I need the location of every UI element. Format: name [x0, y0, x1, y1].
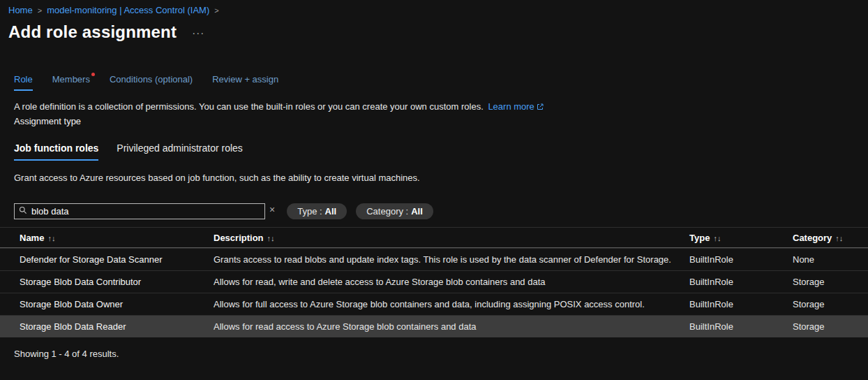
role-name: Storage Blob Data Owner [20, 293, 214, 316]
category-filter-value: All [411, 206, 423, 217]
role-type: BuiltInRole [689, 271, 793, 293]
table-header-row: Name ↑↓ Description ↑↓ Type ↑↓ Category … [0, 227, 868, 248]
table-row-selected[interactable]: Storage Blob Data Reader Allows for read… [0, 315, 868, 337]
breadcrumb-separator-icon: > [38, 6, 42, 15]
breadcrumb-resource-link[interactable]: model-monitoring | Access Control (IAM) [47, 5, 209, 15]
learn-more-link[interactable]: Learn more [488, 101, 534, 112]
table-row[interactable]: Storage Blob Data Contributor Allows for… [0, 270, 868, 293]
tab-members[interactable]: Members [52, 74, 90, 91]
breadcrumb: Home > model-monitoring | Access Control… [0, 0, 868, 15]
search-filter-row: × Type : All Category : All [14, 203, 868, 219]
sort-icon: ↑↓ [267, 228, 275, 249]
roles-table: Name ↑↓ Description ↑↓ Type ↑↓ Category … [0, 227, 868, 337]
category-filter-label: Category : [366, 206, 408, 217]
column-header-type-label: Type [689, 228, 710, 249]
results-count: Showing 1 - 4 of 4 results. [14, 349, 868, 359]
role-description: Grants access to read blobs and update i… [214, 249, 689, 271]
column-header-name-label: Name [20, 228, 44, 249]
sort-icon: ↑↓ [47, 228, 55, 249]
type-filter-value: All [325, 206, 337, 217]
column-header-category-label: Category [793, 228, 832, 249]
column-header-category[interactable]: Category ↑↓ [793, 228, 868, 249]
role-category: None [793, 249, 868, 271]
search-icon [19, 206, 27, 217]
wizard-tabs: Role Members Conditions (optional) Revie… [14, 74, 868, 91]
external-link-icon [537, 102, 544, 112]
column-header-type[interactable]: Type ↑↓ [689, 228, 793, 249]
more-options-icon[interactable]: ··· [192, 27, 204, 38]
type-filter-pill[interactable]: Type : All [287, 203, 347, 219]
tab-review-assign[interactable]: Review + assign [212, 74, 278, 91]
assignment-type-label: Assignment type [14, 116, 868, 126]
role-description: Allows for read access to Azure Storage … [214, 316, 689, 338]
table-row[interactable]: Storage Blob Data Owner Allows for full … [0, 293, 868, 315]
job-function-description: Grant access to Azure resources based on… [14, 173, 868, 183]
tab-members-label: Members [52, 74, 90, 85]
role-definition-text: A role definition is a collection of per… [14, 101, 484, 112]
breadcrumb-home-link[interactable]: Home [8, 5, 33, 15]
role-definition-description: A role definition is a collection of per… [14, 101, 868, 112]
role-type: BuiltInRole [689, 249, 793, 271]
column-header-name[interactable]: Name ↑↓ [20, 228, 214, 249]
tab-conditions[interactable]: Conditions (optional) [110, 74, 193, 91]
sort-icon: ↑↓ [713, 228, 721, 249]
breadcrumb-separator-icon: > [214, 6, 218, 15]
role-category: Storage [793, 271, 868, 293]
clear-search-icon[interactable]: × [269, 204, 275, 215]
sort-icon: ↑↓ [835, 228, 843, 249]
category-filter-pill[interactable]: Category : All [356, 203, 433, 219]
table-row[interactable]: Defender for Storage Data Scanner Grants… [0, 248, 868, 270]
column-header-description[interactable]: Description ↑↓ [214, 228, 689, 249]
role-type: BuiltInRole [689, 293, 793, 316]
role-type: BuiltInRole [689, 316, 793, 338]
role-category: Storage [793, 293, 868, 316]
role-name: Storage Blob Data Reader [20, 316, 214, 338]
assignment-type-tabs: Job function roles Privileged administra… [14, 142, 868, 161]
role-description: Allows for full access to Azure Storage … [214, 293, 689, 316]
tab-privileged-admin-roles[interactable]: Privileged administrator roles [117, 142, 243, 161]
role-name: Storage Blob Data Contributor [20, 271, 214, 293]
add-role-assignment-page: Home > model-monitoring | Access Control… [0, 0, 868, 380]
members-badge-dot [91, 73, 95, 76]
role-description: Allows for read, write and delete access… [214, 271, 689, 293]
tab-role[interactable]: Role [14, 74, 33, 91]
page-title: Add role assignment [8, 22, 177, 42]
search-box[interactable] [14, 203, 265, 219]
title-row: Add role assignment ··· [8, 22, 868, 42]
role-name: Defender for Storage Data Scanner [20, 249, 214, 271]
column-header-description-label: Description [214, 228, 264, 249]
role-category: Storage [793, 316, 868, 338]
search-input[interactable] [31, 206, 260, 217]
tab-job-function-roles[interactable]: Job function roles [14, 142, 98, 161]
type-filter-label: Type : [297, 206, 322, 217]
